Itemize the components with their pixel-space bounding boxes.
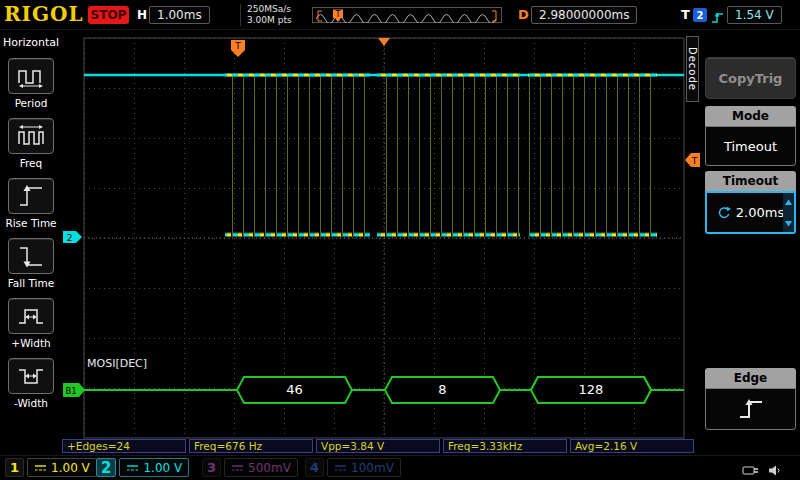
decode-menu-tab[interactable]: Decode: [686, 36, 699, 102]
minus-width-icon: [8, 358, 54, 394]
svg-text:T: T: [234, 41, 241, 51]
menu-item-label: Rise Time: [5, 217, 56, 229]
trigger-slope-icon: [710, 9, 725, 28]
trigger-level-marker[interactable]: T: [685, 153, 700, 167]
divider: [240, 4, 241, 26]
burst-group-2: [377, 74, 520, 237]
horizontal-label: H: [137, 8, 147, 22]
menu-item-minus-width[interactable]: -Width: [0, 358, 62, 409]
memory-depth: 3.00M pts: [247, 15, 292, 26]
speaker-icon: [768, 462, 782, 480]
ch3-scale: 500mV: [248, 461, 291, 475]
menu-item-fall-time[interactable]: Fall Time: [0, 238, 62, 289]
menu-title: Horizontal: [0, 30, 62, 49]
oscilloscope-screen: RIGOL STOP H 1.00ms 250MSa/s 3.00M pts T…: [0, 0, 800, 480]
ch3-number: 3: [202, 458, 221, 477]
ch4-scale: 100mV: [351, 461, 394, 475]
top-bar: RIGOL STOP H 1.00ms 250MSa/s 3.00M pts T…: [0, 0, 800, 30]
menu-item-rise-time[interactable]: Rise Time: [0, 178, 62, 229]
mode-header: Mode: [705, 106, 796, 126]
timeout-value-button[interactable]: 2.00ms: [705, 191, 796, 234]
burst-group-3: [528, 74, 657, 237]
sample-rate: 250MSa/s: [247, 4, 292, 15]
ch2-scale: 1.00 V: [143, 461, 182, 475]
menu-item-label: Freq: [20, 157, 43, 169]
bus1-marker[interactable]: B1: [63, 383, 85, 397]
measurement-freq1: Freq=676 Hz: [189, 439, 313, 453]
measurement-freq2: Freq=3.33kHz: [443, 439, 567, 453]
measurement-edges: +Edges=24: [62, 439, 186, 453]
channel3-status[interactable]: 3 500mV: [202, 458, 298, 477]
run-state-badge: STOP: [88, 6, 129, 24]
timeout-value: 2.00ms: [736, 205, 784, 220]
ch1-number: 1: [5, 458, 24, 477]
horizontal-menu: Horizontal Period F: [0, 30, 62, 455]
menu-item-plus-width[interactable]: +Width: [0, 298, 62, 349]
dc-coupling-icon: [34, 463, 47, 473]
trigger-source-badge: 2: [693, 8, 707, 22]
menu-item-label: Period: [15, 97, 48, 109]
menu-item-label: Fall Time: [8, 277, 54, 289]
value-spinner[interactable]: [783, 193, 794, 232]
delay-value: 2.98000000ms: [531, 6, 637, 24]
channel-bar: 1 1.00 V 2 1.00 V 3: [0, 455, 800, 480]
trigger-level-value: 1.54 V: [727, 6, 782, 24]
fall-time-icon: [8, 238, 54, 274]
svg-text:B1: B1: [65, 386, 76, 396]
delay-label: D: [518, 7, 529, 22]
measurement-bar: +Edges=24 Freq=676 Hz Vpp=3.84 V Freq=3.…: [62, 439, 700, 453]
edge-button[interactable]: [705, 388, 796, 430]
burst-group-1: [225, 74, 370, 237]
ch2-number: 2: [96, 458, 116, 477]
timeout-header: Timeout: [705, 171, 796, 191]
decode-value-2: 8: [385, 381, 500, 399]
ch1-scale: 1.00 V: [51, 461, 90, 475]
preview-waveform-icon: T: [313, 9, 501, 23]
channel1-status[interactable]: 1 1.00 V: [5, 458, 97, 477]
timebase-preview: T: [312, 7, 502, 23]
mode-button[interactable]: Timeout: [705, 126, 796, 166]
edge-header: Edge: [705, 368, 796, 388]
channel2-status[interactable]: 2 1.00 V: [96, 458, 189, 477]
preview-trigger-flag: T: [335, 10, 341, 19]
freq-icon: [8, 118, 54, 154]
dc-coupling-icon: [126, 463, 139, 473]
adjust-knob-icon: [717, 205, 732, 220]
channel4-status[interactable]: 4 100mV: [305, 458, 401, 477]
ch4-number: 4: [305, 458, 324, 477]
rise-time-icon: [8, 178, 54, 214]
menu-item-label: +Width: [11, 337, 50, 349]
menu-item-period[interactable]: Period: [0, 58, 62, 109]
usb-icon: [742, 462, 762, 480]
trigger-label: T: [681, 7, 690, 22]
measurement-vpp: Vpp=3.84 V: [316, 439, 440, 453]
dc-coupling-icon: [334, 463, 347, 473]
dc-coupling-icon: [231, 463, 244, 473]
decode-value-3: 128: [531, 381, 651, 399]
plus-width-icon: [8, 298, 54, 334]
period-icon: [8, 58, 54, 94]
acquisition-info: 250MSa/s 3.00M pts: [247, 4, 292, 26]
menu-item-freq[interactable]: Freq: [0, 118, 62, 169]
decode-value-1: 46: [237, 381, 352, 399]
bus-decode-label: MOSI[DEC]: [87, 357, 147, 370]
rigol-logo: RIGOL: [4, 2, 84, 26]
copytrig-button[interactable]: CopyTrig: [705, 57, 796, 99]
measurement-avg: Avg=2.16 V: [570, 439, 694, 453]
svg-text:2: 2: [67, 233, 73, 243]
ch2-marker[interactable]: 2: [63, 231, 82, 243]
rising-edge-icon: [736, 396, 766, 422]
menu-item-label: -Width: [14, 397, 48, 409]
svg-text:T: T: [691, 156, 698, 166]
timebase-value: 1.00ms: [149, 6, 210, 24]
